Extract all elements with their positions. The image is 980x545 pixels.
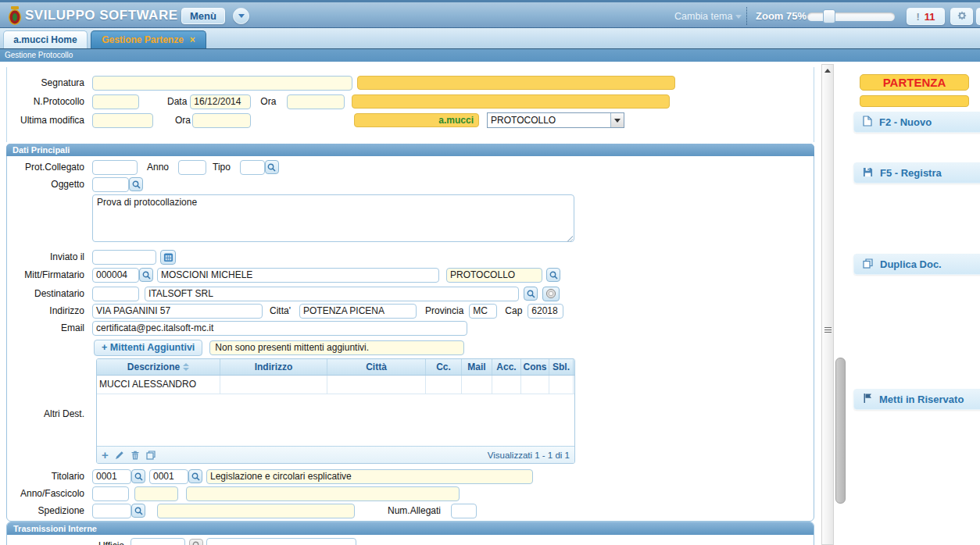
protocollo-readonly-field — [352, 94, 670, 109]
settings-button[interactable] — [950, 8, 973, 25]
email-input[interactable]: certificata@pec.italsoft-mc.it — [92, 321, 467, 336]
doc-type-badge: PARTENZA — [860, 74, 969, 91]
mitt-firmatario-label: Mitt/Firmatario — [0, 269, 84, 280]
anno-fascicolo-anno-input[interactable] — [92, 486, 129, 501]
anno-fascicolo-num-input[interactable] — [134, 486, 178, 501]
expand-grid-button[interactable] — [146, 451, 156, 460]
oggetto-textarea[interactable]: Prova di protocollazione — [92, 194, 574, 242]
anno-input[interactable] — [178, 160, 206, 175]
column-header-indirizzo[interactable]: Indirizzo — [220, 359, 327, 375]
ultima-modifica-label: Ultima modifica — [0, 115, 84, 126]
tab-gestione-partenze[interactable]: Gestione Partenze × — [91, 30, 206, 48]
table-row[interactable]: MUCCI ALESSANDRO — [97, 376, 574, 394]
menu-button[interactable]: Menù — [181, 8, 225, 24]
inviato-il-input[interactable] — [92, 250, 156, 265]
ora2-input[interactable] — [192, 113, 251, 128]
plus-icon: + — [102, 451, 109, 460]
titolario-search2-button[interactable] — [188, 469, 202, 483]
vertical-scrollbar[interactable] — [821, 64, 834, 545]
f2-nuovo-button[interactable]: F2 - Nuovo — [853, 112, 980, 133]
action-sidebar: PARTENZA F2 - Nuovo F5 - Registra Duplic… — [852, 62, 980, 545]
mitt-search-button[interactable] — [139, 268, 153, 282]
duplica-doc-button[interactable]: Duplica Doc. — [853, 254, 980, 275]
change-theme-link[interactable]: Cambia tema — [674, 11, 732, 22]
data-label: Data — [167, 96, 187, 107]
notifications-button[interactable]: ! 11 — [907, 8, 945, 25]
delete-row-button[interactable] — [131, 451, 140, 460]
calendar-button[interactable] — [160, 250, 176, 265]
column-header-descrizione[interactable]: Descrizione — [97, 359, 220, 375]
scroll-up-button[interactable] — [823, 66, 832, 76]
table-footer: + Visualizzati 1 - 1 di 1 — [97, 446, 574, 463]
column-header-cc[interactable]: Cc. — [426, 359, 462, 375]
destinatario-code-input[interactable] — [92, 287, 139, 301]
num-allegati-input[interactable] — [451, 504, 477, 518]
mittenti-aggiuntivi-button[interactable]: + Mittenti Aggiuntivi — [94, 340, 202, 356]
add-row-button[interactable]: + — [102, 451, 109, 460]
trash-icon — [131, 451, 140, 460]
mitt-code-input[interactable]: 000004 — [92, 268, 139, 283]
flag-icon — [863, 393, 872, 406]
ultima-modifica-input[interactable] — [92, 113, 153, 128]
zoom-slider-track[interactable] — [807, 12, 895, 21]
zoom-slider-thumb[interactable] — [823, 9, 835, 23]
spedizione-input[interactable] — [92, 504, 131, 518]
ora-input[interactable] — [287, 94, 345, 109]
exclamation-icon: ! — [916, 11, 919, 23]
titolario-code2-input[interactable]: 0001 — [149, 469, 188, 484]
breadcrumb: Gestione Protocollo — [0, 48, 980, 62]
oggetto-search-button[interactable] — [129, 177, 143, 191]
registro-select[interactable]: PROTOCOLLO — [487, 112, 624, 128]
header-divider — [746, 7, 747, 25]
chevron-down-button[interactable] — [233, 8, 249, 24]
segnatura-input[interactable] — [92, 76, 352, 91]
column-header-mail[interactable]: Mail — [462, 359, 492, 375]
tab-home[interactable]: a.mucci Home — [3, 30, 88, 48]
edit-row-button[interactable] — [115, 451, 124, 460]
ora-label: Ora — [260, 96, 276, 107]
provincia-input[interactable]: MC — [469, 304, 497, 319]
select-arrow-button[interactable] — [610, 113, 624, 127]
textarea-resize-grip[interactable] — [567, 236, 573, 242]
pencil-icon — [115, 451, 124, 460]
metti-in-riservato-button[interactable]: Metti in Riservato — [853, 389, 980, 410]
column-header-cons[interactable]: Cons — [521, 359, 549, 375]
ufficio-input[interactable] — [131, 538, 185, 545]
close-tab-icon[interactable]: × — [190, 34, 195, 45]
cap-input[interactable]: 62018 — [528, 304, 563, 319]
indirizzo-input[interactable]: VIA PAGANINI 57 — [92, 304, 263, 319]
tipo-input[interactable] — [240, 160, 265, 175]
mitt-ufficio-search-button[interactable] — [546, 268, 560, 282]
mitt-ufficio-input[interactable]: PROTOCOLLO — [446, 268, 542, 283]
titolario-search1-button[interactable] — [131, 469, 145, 483]
tipo-search-button[interactable] — [265, 160, 279, 174]
oggetto-code-input[interactable] — [92, 177, 129, 192]
registry-lookup-button[interactable] — [542, 287, 560, 301]
arrow-up-icon — [824, 69, 831, 73]
partial-edge-button[interactable] — [976, 8, 980, 25]
splitter-grip[interactable] — [824, 327, 832, 334]
destinatario-name-input[interactable]: ITALSOFT SRL — [145, 287, 519, 301]
destinatario-search-button[interactable] — [524, 287, 538, 301]
column-header-acc[interactable]: Acc. — [492, 359, 521, 375]
column-header-sbl[interactable]: Sbl. — [549, 359, 574, 375]
search-icon — [267, 163, 276, 172]
search-icon — [142, 271, 151, 280]
citta-input[interactable]: POTENZA PICENA — [299, 304, 417, 319]
data-input[interactable]: 16/12/2014 — [190, 94, 251, 109]
f5-registra-button[interactable]: F5 - Registra — [853, 162, 980, 183]
nprotocollo-input[interactable] — [92, 94, 139, 109]
mitt-name-input[interactable]: MOSCIONI MICHELE — [157, 268, 439, 283]
prot-collegato-input[interactable] — [92, 160, 138, 175]
ufficio-desc-input[interactable] — [206, 538, 356, 545]
column-header-citta[interactable]: Città — [327, 359, 426, 375]
titolario-code1-input[interactable]: 0001 — [92, 469, 131, 484]
tipo-label: Tipo — [213, 162, 231, 173]
indirizzo-label: Indirizzo — [0, 305, 84, 316]
scrollbar-thumb[interactable] — [835, 358, 846, 504]
mittenti-status-field: Non sono presenti mittenti aggiuntivi. — [209, 340, 464, 355]
segnatura-readonly-field — [357, 76, 675, 90]
ufficio-search-button[interactable] — [189, 539, 203, 545]
spedizione-search-button[interactable] — [131, 504, 145, 518]
anno-fascicolo-label: Anno/Fascicolo — [0, 488, 84, 499]
